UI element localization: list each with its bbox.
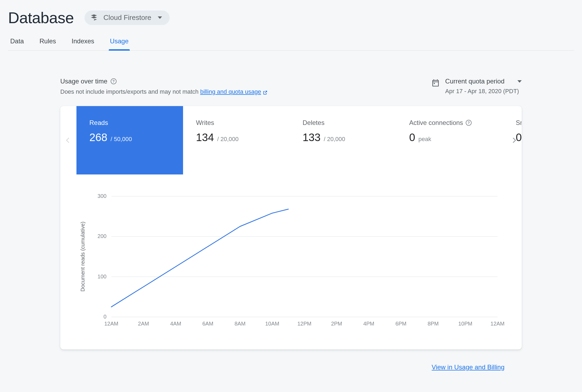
metric-value-row: 133 / 20,000 [303,131,383,144]
billing-quota-link[interactable]: billing and quota usage [200,88,268,95]
tab-indexes[interactable]: Indexes [71,37,95,50]
svg-text:12AM: 12AM [104,321,118,327]
database-selector-label: Cloud Firestore [103,13,151,22]
metric-value: 0 [409,131,415,144]
tab-usage[interactable]: Usage [109,37,129,50]
metric-sub: / 20,000 [324,136,345,143]
page-title: Database [8,9,74,27]
app-root: Database Cloud Firestore Data Rules Inde… [0,0,582,371]
metric-value-row: 268 / 50,000 [89,131,170,144]
usage-card: Reads 268 / 50,000 Writes 134 / 20,000 [60,106,522,349]
metric-value-row: 134 / 20,000 [196,131,277,144]
svg-text:6PM: 6PM [395,321,406,327]
line-chart: 010020030012AM2AM4AM6AM8AM10AM12PM2PM4PM… [76,191,506,333]
svg-text:12AM: 12AM [490,321,504,327]
section-subtitle: Does not include imports/exports and may… [60,88,268,95]
svg-text:10PM: 10PM [458,321,472,327]
view-usage-billing-link[interactable]: View in Usage and Billing [432,363,504,371]
period-range: Apr 17 - Apr 18, 2020 (PDT) [445,88,522,95]
page-header: Database Cloud Firestore Data Rules Inde… [0,0,582,51]
database-selector[interactable]: Cloud Firestore [85,10,170,25]
section-title: Usage over time [60,78,107,85]
metric-sub: peak [418,136,431,143]
help-icon[interactable]: ? [466,120,472,126]
section-header-left: Usage over time ? Does not include impor… [60,78,268,95]
chevron-left-icon [66,138,71,143]
section-header: Usage over time ? Does not include impor… [60,78,522,95]
metric-title: Deletes [303,119,383,127]
help-icon[interactable]: ? [111,78,117,84]
svg-text:0: 0 [104,314,107,320]
svg-text:6AM: 6AM [202,321,213,327]
metric-value: 134 [196,131,214,144]
metric-value: 133 [303,131,321,144]
metrics-scroll-left-button[interactable] [65,136,73,144]
tab-rules[interactable]: Rules [38,37,57,50]
svg-text:2PM: 2PM [331,321,342,327]
tab-data[interactable]: Data [9,37,25,50]
period-label-row: Current quota period [445,78,522,85]
billing-quota-link-text: billing and quota usage [200,88,261,95]
external-link-icon [263,90,268,94]
svg-text:Document reads (cumulative): Document reads (cumulative) [80,222,86,292]
metric-card-writes[interactable]: Writes 134 / 20,000 [183,106,290,174]
metrics-scroll-right-button[interactable] [509,136,517,144]
period-label: Current quota period [445,78,504,85]
section-title-row: Usage over time ? [60,78,268,85]
firestore-icon [89,13,99,22]
period-text: Current quota period Apr 17 - Apr 18, 20… [445,78,522,95]
header-top: Database Cloud Firestore [8,9,574,27]
metric-value: 268 [89,131,107,144]
metrics-track: Reads 268 / 50,000 Writes 134 / 20,000 [76,106,522,174]
metric-card-deletes[interactable]: Deletes 133 / 20,000 [290,106,396,174]
chevron-right-icon [511,138,516,143]
period-selector[interactable]: Current quota period Apr 17 - Apr 18, 20… [431,78,522,95]
metric-sub: / 20,000 [217,136,239,143]
chevron-down-icon [158,16,162,19]
tabs: Data Rules Indexes Usage [8,37,574,51]
section-subtitle-prefix: Does not include imports/exports and may… [60,88,200,95]
calendar-icon [431,79,440,87]
svg-text:12PM: 12PM [297,321,311,327]
content-area: Usage over time ? Does not include impor… [0,51,582,371]
metric-title: Writes [196,119,277,127]
svg-text:10AM: 10AM [265,321,279,327]
metric-value-row: 0 peak [409,131,490,144]
metric-sub: / 50,000 [111,136,132,143]
chart-area: 010020030012AM2AM4AM6AM8AM10AM12PM2PM4PM… [60,174,522,349]
metric-title: Active connections ? [409,119,490,127]
footer: View in Usage and Billing [60,349,522,371]
svg-text:4PM: 4PM [363,321,374,327]
svg-text:2AM: 2AM [138,321,149,327]
metric-title: Snapshot listeners [516,119,522,127]
svg-text:8PM: 8PM [428,321,439,327]
svg-text:4AM: 4AM [170,321,181,327]
metric-title: Reads [89,119,170,127]
svg-text:100: 100 [97,274,106,279]
metrics-row: Reads 268 / 50,000 Writes 134 / 20,000 [60,106,522,174]
svg-text:300: 300 [97,193,106,199]
chevron-down-icon [517,80,522,83]
svg-text:8AM: 8AM [234,321,246,327]
svg-rect-0 [434,83,435,84]
metric-card-reads[interactable]: Reads 268 / 50,000 [76,106,183,174]
metric-card-active-connections[interactable]: Active connections ? 0 peak [396,106,503,174]
svg-text:200: 200 [97,233,106,239]
